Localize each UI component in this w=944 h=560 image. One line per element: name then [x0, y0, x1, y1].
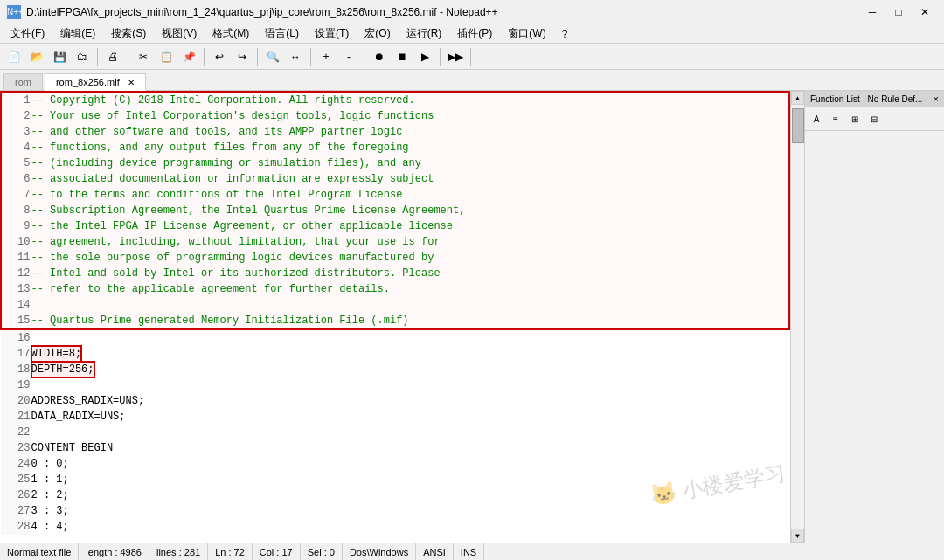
- right-panel-title: Function List - No Rule Def...: [810, 94, 922, 104]
- close-button[interactable]: ✕: [913, 3, 937, 21]
- minimize-button[interactable]: ─: [860, 3, 885, 21]
- cut-button[interactable]: ✂: [133, 46, 154, 67]
- macro-stop-button[interactable]: ⏹: [392, 46, 413, 67]
- table-row: 14: [1, 297, 789, 313]
- status-insert-mode: INS: [454, 543, 484, 560]
- table-row: 17WIDTH=8;: [1, 346, 789, 362]
- editor-content[interactable]: 1-- Copyright (C) 2018 Intel Corporation…: [0, 91, 790, 543]
- new-button[interactable]: 📄: [3, 46, 24, 67]
- table-row: 27 3 : 3;: [1, 503, 789, 519]
- menu-view[interactable]: 视图(V): [155, 24, 204, 43]
- zoom-out-button[interactable]: -: [338, 46, 359, 67]
- line-content: [31, 329, 789, 346]
- save-button[interactable]: 💾: [49, 46, 70, 67]
- table-row: 7-- to the terms and conditions of the I…: [1, 187, 789, 203]
- menu-edit[interactable]: 编辑(E): [53, 24, 102, 43]
- line-content: -- Your use of Intel Corporation's desig…: [31, 108, 789, 124]
- zoom-in-button[interactable]: +: [316, 46, 337, 67]
- table-row: 9-- the Intel FPGA IP License Agreement,…: [1, 218, 789, 234]
- line-content: -- and other software and tools, and its…: [31, 124, 789, 140]
- tab-bar: rom rom_8x256.mif ✕: [0, 70, 944, 91]
- table-row: 11-- the sole purpose of programming log…: [1, 250, 789, 266]
- right-panel-close[interactable]: ×: [934, 93, 939, 104]
- line-number: 17: [1, 346, 31, 362]
- status-ln: Ln : 72: [208, 543, 253, 560]
- toolbar-separator-6: [364, 48, 364, 66]
- app-icon: N++: [7, 5, 21, 19]
- menu-format[interactable]: 格式(M): [205, 24, 256, 43]
- menu-plugins[interactable]: 插件(P): [450, 24, 499, 43]
- line-content: -- (including device programming or simu…: [31, 156, 789, 171]
- line-number: 6: [1, 171, 31, 187]
- status-encoding: ANSI: [416, 543, 454, 560]
- line-number: 28: [1, 519, 31, 535]
- line-content: -- refer to the applicable agreement for…: [31, 281, 789, 297]
- redo-button[interactable]: ↪: [232, 46, 253, 67]
- open-button[interactable]: 📂: [26, 46, 47, 67]
- table-row: 12-- Intel and sold by Intel or its auth…: [1, 266, 789, 281]
- replace-button[interactable]: ↔: [285, 46, 306, 67]
- toolbar-separator-3: [204, 48, 205, 66]
- line-number: 20: [1, 393, 31, 409]
- line-content: 2 : 2;: [31, 487, 789, 503]
- menu-settings[interactable]: 设置(T): [308, 24, 356, 43]
- tab-inactive[interactable]: rom: [3, 73, 43, 90]
- table-row: 19: [1, 377, 789, 393]
- menu-search[interactable]: 搜索(S): [104, 24, 153, 43]
- table-row: 4-- functions, and any output files from…: [1, 140, 789, 156]
- menu-language[interactable]: 语言(L): [258, 24, 306, 43]
- save-all-button[interactable]: 🗂: [72, 46, 93, 67]
- line-number: 18: [1, 362, 31, 377]
- line-content: -- associated documentation or informati…: [31, 171, 789, 187]
- table-row: 10-- agreement, including, without limit…: [1, 234, 789, 250]
- highlighted-code: WIDTH=8;: [31, 346, 82, 362]
- line-number: 10: [1, 234, 31, 250]
- menu-run[interactable]: 运行(R): [399, 24, 449, 43]
- status-file-type: Normal text file: [3, 543, 79, 560]
- line-number: 5: [1, 156, 31, 171]
- find-button[interactable]: 🔍: [262, 46, 283, 67]
- print-button[interactable]: 🖨: [102, 46, 123, 67]
- line-content: 0 : 0;: [31, 456, 789, 472]
- status-bar: Normal text file length : 4986 lines : 2…: [0, 543, 944, 560]
- tab-active[interactable]: rom_8x256.mif ✕: [45, 73, 146, 91]
- line-content: -- Copyright (C) 2018 Intel Corporation.…: [31, 92, 789, 108]
- tab-close-icon[interactable]: ✕: [128, 78, 135, 87]
- scroll-thumb[interactable]: [792, 108, 804, 143]
- rp-button-4[interactable]: ⊟: [865, 110, 883, 128]
- menu-file[interactable]: 文件(F): [3, 24, 52, 43]
- vertical-scrollbar[interactable]: ▲ ▼: [790, 91, 804, 543]
- line-number: 23: [1, 440, 31, 456]
- line-content: -- the Intel FPGA IP License Agreement, …: [31, 218, 789, 234]
- scroll-track[interactable]: [791, 105, 804, 529]
- macro-play-button[interactable]: ▶: [414, 46, 435, 67]
- table-row: 20ADDRESS_RADIX=UNS;: [1, 393, 789, 409]
- rp-button-2[interactable]: ≡: [827, 110, 844, 128]
- undo-button[interactable]: ↩: [209, 46, 230, 67]
- run-button[interactable]: ▶▶: [445, 46, 466, 67]
- scroll-up-arrow[interactable]: ▲: [791, 91, 804, 105]
- rp-button-1[interactable]: A: [808, 110, 825, 128]
- menu-help[interactable]: ?: [555, 26, 575, 42]
- line-number: 22: [1, 425, 31, 440]
- rp-button-3[interactable]: ⊞: [846, 110, 864, 128]
- scroll-down-arrow[interactable]: ▼: [791, 529, 804, 543]
- menu-window[interactable]: 窗口(W): [501, 24, 552, 43]
- toolbar-separator-7: [440, 48, 441, 66]
- line-number: 4: [1, 140, 31, 156]
- table-row: 18DEPTH=256;: [1, 362, 789, 377]
- right-panel: Function List - No Rule Def... × A ≡ ⊞ ⊟: [804, 91, 944, 543]
- line-content: [31, 297, 789, 313]
- table-row: 13-- refer to the applicable agreement f…: [1, 281, 789, 297]
- maximize-button[interactable]: □: [886, 3, 911, 21]
- paste-button[interactable]: 📌: [178, 46, 199, 67]
- menu-macro[interactable]: 宏(O): [357, 24, 397, 43]
- line-content: -- functions, and any output files from …: [31, 140, 789, 156]
- copy-button[interactable]: 📋: [156, 46, 177, 67]
- status-line-ending: Dos\Windows: [343, 543, 416, 560]
- status-length: length : 4986: [79, 543, 149, 560]
- macro-record-button[interactable]: ⏺: [369, 46, 390, 67]
- table-row: 16: [1, 329, 789, 346]
- line-number: 15: [1, 313, 31, 329]
- table-row: 3-- and other software and tools, and it…: [1, 124, 789, 140]
